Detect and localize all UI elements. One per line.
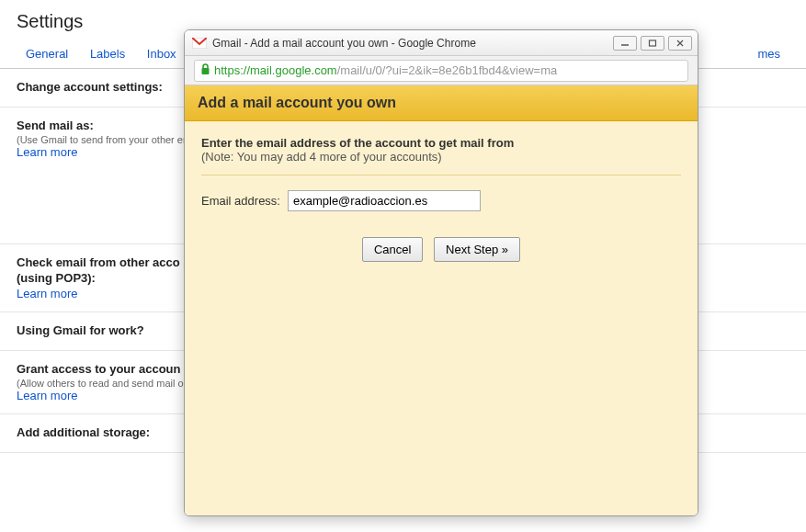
popup-header: Add a mail account you own	[185, 85, 698, 121]
form-prompt: Enter the email address of the account t…	[201, 136, 681, 150]
maximize-button[interactable]	[641, 36, 664, 51]
window-title: Gmail - Add a mail account you own - Goo…	[212, 37, 609, 50]
form-note: (Note: You may add 4 more of your accoun…	[201, 150, 681, 164]
popup-window: Gmail - Add a mail account you own - Goo…	[184, 29, 698, 516]
lock-icon	[200, 63, 210, 78]
address-bar: https://mail.google.com/mail/u/0/?ui=2&i…	[185, 56, 698, 85]
popup-body: Add a mail account you own Enter the ema…	[185, 85, 698, 515]
window-titlebar[interactable]: Gmail - Add a mail account you own - Goo…	[185, 30, 698, 56]
tab-labels[interactable]: Labels	[81, 40, 134, 68]
next-step-button[interactable]: Next Step »	[434, 237, 520, 262]
tab-inbox[interactable]: Inbox	[138, 40, 186, 68]
svg-rect-2	[650, 40, 656, 46]
url-path: /mail/u/0/?ui=2&ik=8e26b1fbd4&view=ma	[337, 63, 558, 77]
divider	[201, 175, 681, 175]
url-host: mail.google.com	[250, 63, 337, 77]
tab-themes-partial[interactable]: mes	[748, 40, 789, 68]
tab-general[interactable]: General	[17, 40, 77, 68]
url-field[interactable]: https://mail.google.com/mail/u/0/?ui=2&i…	[194, 60, 688, 82]
email-field[interactable]	[288, 190, 481, 211]
cancel-button[interactable]: Cancel	[362, 237, 423, 262]
minimize-button[interactable]	[613, 36, 637, 51]
popup-content: Enter the email address of the account t…	[185, 121, 698, 277]
email-label: Email address:	[201, 194, 280, 208]
svg-rect-5	[202, 68, 210, 74]
maximize-icon	[648, 40, 657, 47]
close-button[interactable]	[668, 36, 692, 51]
url-scheme: https://	[214, 63, 250, 77]
minimize-icon	[620, 40, 630, 47]
email-row: Email address:	[201, 190, 681, 211]
gmail-icon	[192, 38, 207, 49]
close-icon	[675, 40, 685, 47]
button-row: Cancel Next Step »	[201, 237, 681, 262]
